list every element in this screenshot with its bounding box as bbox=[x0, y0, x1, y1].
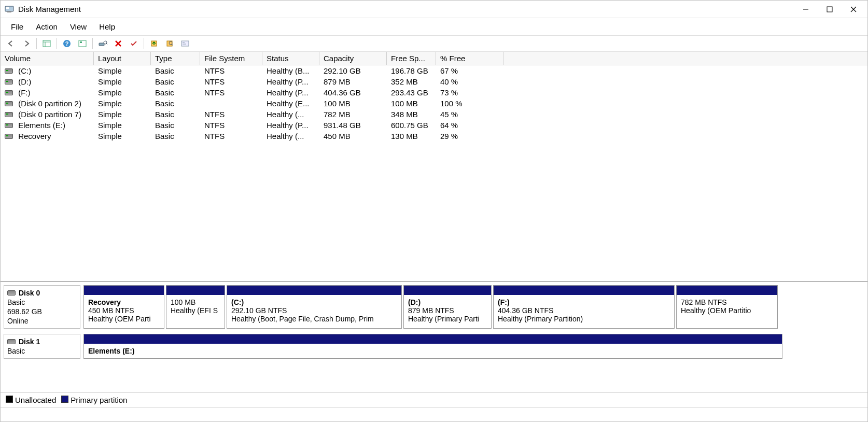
window-title: Disk Management bbox=[18, 5, 81, 13]
svg-rect-4 bbox=[827, 7, 832, 12]
col-volume[interactable]: Volume bbox=[1, 52, 94, 65]
drive-icon bbox=[5, 68, 13, 74]
legend: Unallocated Primary partition bbox=[1, 392, 867, 407]
partition[interactable]: (C:)292.10 GB NTFSHealthy (Boot, Page Fi… bbox=[227, 285, 402, 329]
volume-row[interactable]: (D:)SimpleBasicNTFSHealthy (P...879 MB35… bbox=[1, 76, 867, 87]
close-button[interactable] bbox=[842, 1, 865, 18]
back-button[interactable] bbox=[4, 37, 18, 50]
app-icon bbox=[5, 5, 14, 14]
col-status[interactable]: Status bbox=[262, 52, 319, 65]
partition[interactable]: 782 MB NTFSHealthy (OEM Partitio bbox=[676, 285, 778, 329]
volume-row[interactable]: Elements (E:)SimpleBasicNTFSHealthy (P..… bbox=[1, 120, 867, 131]
menu-file[interactable]: File bbox=[6, 20, 29, 33]
svg-rect-23 bbox=[181, 41, 189, 46]
titlebar: Disk Management bbox=[1, 1, 867, 18]
drive-icon bbox=[5, 134, 13, 139]
col-fs[interactable]: File System bbox=[200, 52, 262, 65]
svg-rect-7 bbox=[43, 40, 50, 47]
svg-text:?: ? bbox=[65, 40, 69, 47]
menu-view[interactable]: View bbox=[65, 20, 92, 33]
disk-icon bbox=[7, 290, 16, 296]
content: Volume Layout Type File System Status Ca… bbox=[1, 52, 867, 407]
swatch-unallocated bbox=[6, 396, 13, 403]
col-free[interactable]: Free Sp... bbox=[387, 52, 436, 65]
toolbar: ? bbox=[1, 35, 867, 52]
disk-row: Disk 0Basic698.62 GBOnlineRecovery450 MB… bbox=[4, 285, 864, 329]
partition[interactable]: Recovery450 MB NTFSHealthy (OEM Parti bbox=[83, 285, 164, 329]
partition[interactable]: 100 MBHealthy (EFI S bbox=[166, 285, 225, 329]
drive-icon bbox=[5, 79, 13, 85]
volumes-pane[interactable]: Volume Layout Type File System Status Ca… bbox=[1, 52, 867, 281]
forward-button[interactable] bbox=[19, 37, 34, 50]
svg-rect-14 bbox=[99, 43, 104, 46]
drive-icon bbox=[5, 112, 13, 117]
swatch-primary bbox=[61, 396, 68, 403]
drive-icon bbox=[5, 90, 13, 95]
partition[interactable]: Elements (E:) bbox=[83, 334, 782, 359]
disk-icon bbox=[7, 339, 16, 344]
menu-help[interactable]: Help bbox=[94, 20, 120, 33]
disks-pane[interactable]: Disk 0Basic698.62 GBOnlineRecovery450 MB… bbox=[1, 281, 867, 392]
help-button[interactable]: ? bbox=[60, 37, 74, 50]
menubar: File Action View Help bbox=[1, 18, 867, 35]
maximize-button[interactable] bbox=[818, 1, 842, 18]
view-list-button[interactable] bbox=[39, 37, 54, 50]
volume-row[interactable]: (Disk 0 partition 2)SimpleBasicHealthy (… bbox=[1, 98, 867, 109]
disk-info[interactable]: Disk 0Basic698.62 GBOnline bbox=[4, 285, 80, 329]
volume-row[interactable]: (C:)SimpleBasicNTFSHealthy (B...292.10 G… bbox=[1, 65, 867, 76]
col-capacity[interactable]: Capacity bbox=[319, 52, 387, 65]
view-details-button[interactable] bbox=[75, 37, 90, 50]
svg-rect-2 bbox=[7, 11, 11, 12]
volume-row[interactable]: (F:)SimpleBasicNTFSHealthy (P...404.36 G… bbox=[1, 87, 867, 98]
svg-rect-12 bbox=[79, 40, 86, 47]
drive-icon bbox=[5, 101, 13, 106]
settings-button[interactable] bbox=[95, 37, 110, 50]
volume-row[interactable]: (Disk 0 partition 7)SimpleBasicNTFSHealt… bbox=[1, 109, 867, 120]
partition[interactable]: (D:)879 MB NTFSHealthy (Primary Parti bbox=[403, 285, 492, 329]
col-layout[interactable]: Layout bbox=[94, 52, 151, 65]
disk-info[interactable]: Disk 1Basic bbox=[4, 334, 80, 359]
menu-action[interactable]: Action bbox=[31, 20, 63, 33]
drive-icon bbox=[5, 123, 13, 128]
partition[interactable]: (F:)404.36 GB NTFSHealthy (Primary Parti… bbox=[493, 285, 675, 329]
minimize-button[interactable] bbox=[794, 1, 818, 18]
volumes-header: Volume Layout Type File System Status Ca… bbox=[1, 52, 867, 65]
statusbar bbox=[1, 407, 867, 421]
legend-primary: Primary partition bbox=[71, 396, 127, 404]
disk-row: Disk 1BasicElements (E:) bbox=[4, 334, 864, 359]
apply-button[interactable] bbox=[127, 37, 141, 50]
delete-button[interactable] bbox=[111, 37, 125, 50]
svg-rect-1 bbox=[6, 7, 9, 9]
svg-line-16 bbox=[106, 44, 107, 45]
legend-unallocated: Unallocated bbox=[15, 396, 56, 404]
volume-row[interactable]: RecoverySimpleBasicNTFSHealthy (...450 M… bbox=[1, 131, 867, 142]
col-pfree[interactable]: % Free bbox=[436, 52, 503, 65]
mount-button[interactable] bbox=[147, 37, 161, 50]
properties-button[interactable] bbox=[178, 37, 192, 50]
svg-rect-13 bbox=[80, 41, 82, 43]
search-button[interactable] bbox=[162, 37, 177, 50]
col-type[interactable]: Type bbox=[151, 52, 200, 65]
